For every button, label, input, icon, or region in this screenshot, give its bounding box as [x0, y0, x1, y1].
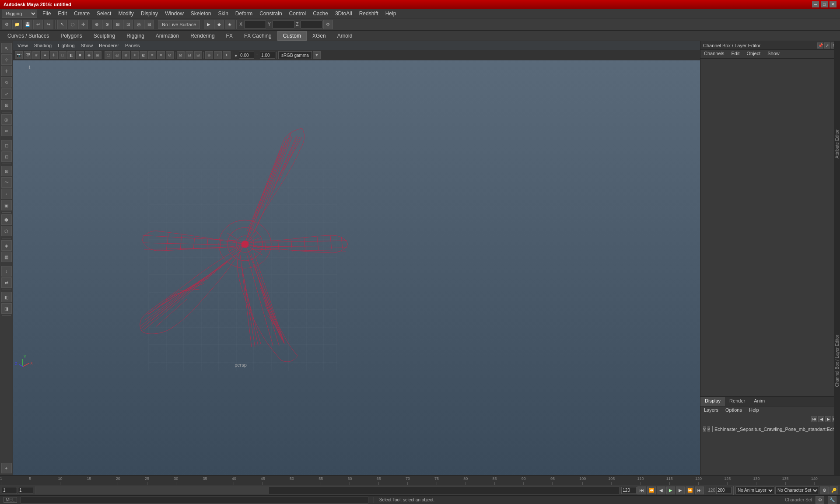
pb-settings[interactable]: ⚙ [820, 486, 829, 494]
tab-rigging[interactable]: Rigging [121, 31, 150, 41]
vp-display5[interactable]: ⊞ [94, 51, 102, 59]
no-live-surface-button[interactable]: No Live Surface [158, 20, 200, 29]
toolbar-snap1-btn[interactable]: ⊕ [92, 20, 102, 29]
toolbar-undo-btn[interactable]: ↩ [33, 20, 43, 29]
tab-curves-surfaces[interactable]: Curves / Surfaces [2, 31, 55, 41]
timeline-scrub-area[interactable] [34, 486, 620, 494]
lt-show-manip[interactable]: ◻ [1, 140, 12, 150]
play-jump-end[interactable]: ⏭ [695, 486, 704, 494]
vp-film-btn[interactable]: 🎬 [24, 51, 32, 59]
lt-snap-point[interactable]: ◦ [1, 189, 12, 199]
menu-skin[interactable]: Skin [215, 10, 232, 18]
toolbar-snap-btn[interactable]: ⚙ [2, 20, 11, 29]
lt-connection-editor[interactable]: ⇄ [1, 277, 12, 288]
layer-nav-next[interactable]: ▶ [825, 416, 831, 422]
lt-paint-weights[interactable]: ⬢ [1, 214, 12, 225]
vm-shading[interactable]: Shading [32, 42, 54, 49]
end-frame-input[interactable] [621, 487, 637, 494]
tab-xgen[interactable]: XGen [307, 31, 332, 41]
vp-shadow-btn[interactable]: ◐ [140, 51, 147, 59]
menu-file[interactable]: File [39, 10, 54, 18]
play-next-frame[interactable]: ▶ [676, 486, 685, 494]
menu-constrain[interactable]: Constrain [256, 10, 285, 18]
play-prev-key[interactable]: ⏪ [647, 486, 656, 494]
toolbar-render-btn[interactable]: ▶ [204, 20, 214, 29]
vm-show[interactable]: Show [78, 42, 96, 49]
vp-snap3-btn[interactable]: ✦ [223, 51, 231, 59]
vp-x-ray-btn[interactable]: ✕ [157, 51, 165, 59]
module-dropdown[interactable]: Rigging Modeling Animation FX Rendering [2, 10, 37, 18]
lower-sub-options[interactable]: Options [722, 406, 746, 415]
tab-rendering[interactable]: Rendering [185, 31, 220, 41]
minimize-button[interactable]: ─ [812, 1, 819, 7]
lower-sub-help[interactable]: Help [746, 406, 763, 415]
lt-render-view[interactable]: ◈ [1, 240, 12, 251]
close-button[interactable]: ✕ [830, 1, 836, 7]
toolbar-snap3-btn[interactable]: ⊞ [113, 20, 122, 29]
cb-tab-channels[interactable]: Channels [700, 50, 728, 58]
lt-add-btn[interactable]: + [1, 463, 12, 473]
play-jump-start[interactable]: ⏮ [637, 486, 646, 494]
toolbar-lasso-btn[interactable]: ◌ [68, 20, 77, 29]
lt-extra2[interactable]: ◨ [1, 303, 12, 314]
lt-hypershade[interactable]: ▦ [1, 252, 12, 262]
menu-control[interactable]: Control [286, 10, 310, 18]
lt-universal-tool[interactable]: ⊞ [1, 100, 12, 110]
vp-display3[interactable]: ■ [76, 51, 84, 59]
menu-select[interactable]: Select [93, 10, 115, 18]
vp-snap-btn[interactable]: ⊕ [205, 51, 213, 59]
toolbar-select-btn[interactable]: ↖ [57, 20, 67, 29]
menu-window[interactable]: Window [161, 10, 187, 18]
menu-deform[interactable]: Deform [232, 10, 256, 18]
vp-shading1[interactable]: ◌ [105, 51, 112, 59]
lower-tab-anim[interactable]: Anim [749, 397, 769, 406]
vp-camera-btn[interactable]: 📷 [15, 51, 23, 59]
vp-manip-btn[interactable]: ✛ [50, 51, 58, 59]
vm-panels[interactable]: Panels [122, 42, 143, 49]
vp-shading2[interactable]: ◎ [113, 51, 121, 59]
vp-gamma-menu[interactable]: sRGB gamma [278, 51, 312, 59]
vp-head-btn[interactable]: ● [41, 51, 49, 59]
play-prev-frame[interactable]: ◀ [657, 486, 665, 494]
timeline-ruler[interactable]: 1510152025303540455055606570758085909510… [0, 475, 840, 485]
vp-value1-input[interactable] [239, 52, 254, 59]
lt-sculpt-tool[interactable]: ✏ [1, 126, 12, 136]
toolbar-move-btn[interactable]: ✛ [78, 20, 88, 29]
play-next-key[interactable]: ⏩ [686, 486, 694, 494]
channel-box-pin[interactable]: 📌 [817, 42, 823, 49]
toolbar-snap5-btn[interactable]: ◎ [134, 20, 144, 29]
cb-tab-object[interactable]: Object [743, 50, 764, 58]
lower-tab-render[interactable]: Render [725, 397, 749, 406]
layer-playback[interactable]: P [707, 426, 710, 432]
layer-visibility[interactable]: V [703, 426, 706, 432]
menu-skeleton[interactable]: Skeleton [187, 10, 215, 18]
toolbar-open-btn[interactable]: 📁 [12, 20, 22, 29]
toolbar-redo-btn[interactable]: ↪ [44, 20, 53, 29]
tab-fx[interactable]: FX [220, 31, 238, 41]
y-input[interactable] [273, 21, 294, 28]
layer-color-swatch[interactable] [712, 426, 713, 432]
tab-custom[interactable]: Custom [277, 31, 307, 41]
status-snap-btn[interactable]: 🔧 [828, 496, 836, 504]
vp-gamma-btn[interactable]: ▼ [313, 51, 321, 59]
vm-lighting[interactable]: Lighting [55, 42, 77, 49]
lt-select-tool[interactable]: ↖ [1, 43, 12, 53]
lt-soft-mod-tool[interactable]: ◎ [1, 114, 12, 125]
menu-redshift[interactable]: Redshift [356, 10, 382, 18]
toolbar-display-btn[interactable]: ◈ [225, 20, 234, 29]
vp-isolation-btn[interactable]: ⊙ [166, 51, 174, 59]
lt-hide-manip[interactable]: ⊡ [1, 151, 12, 162]
layer-nav-prev[interactable]: ◀ [818, 416, 824, 422]
x-input[interactable] [244, 21, 266, 28]
vm-renderer[interactable]: Renderer [96, 42, 122, 49]
lt-snap-curve[interactable]: 〜 [1, 177, 12, 188]
status-settings-btn[interactable]: ⚙ [816, 496, 824, 504]
toolbar-snap4-btn[interactable]: ⊡ [123, 20, 133, 29]
tab-polygons[interactable]: Polygons [55, 31, 88, 41]
menu-edit[interactable]: Edit [54, 10, 70, 18]
menu-cache[interactable]: Cache [309, 10, 332, 18]
layer-nav-first[interactable]: ⏮ [811, 416, 817, 422]
vp-light-btn[interactable]: ☀ [131, 51, 139, 59]
vp-snap2-btn[interactable]: + [214, 51, 222, 59]
lt-joints[interactable]: ⬡ [1, 226, 12, 236]
